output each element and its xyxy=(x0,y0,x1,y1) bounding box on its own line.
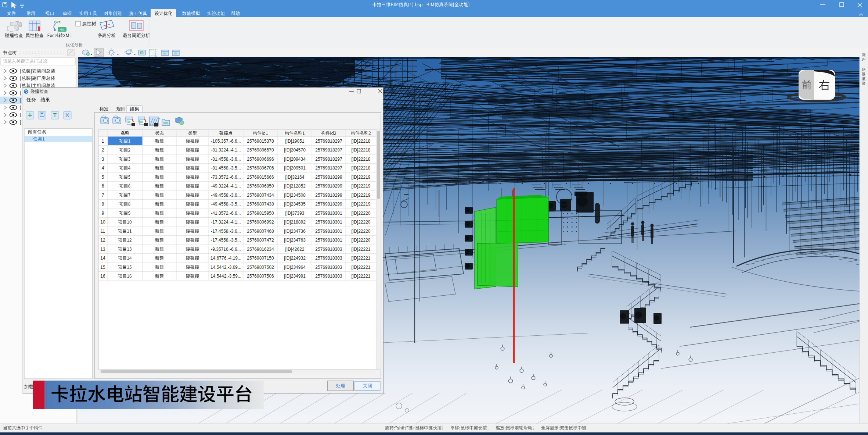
svg-text:[ID]22218: [ID]22218 xyxy=(351,139,370,144)
svg-text:25769818301: 25769818301 xyxy=(315,211,342,216)
svg-text:13: 13 xyxy=(100,247,105,252)
svg-text:[ID]234964: [ID]234964 xyxy=(284,265,306,270)
svg-text:12: 12 xyxy=(100,238,105,243)
svg-text:-49.3224,-4.1...: -49.3224,-4.1... xyxy=(211,183,241,189)
svg-text:25769816234: 25769816234 xyxy=(247,247,274,252)
svg-text:[ID]234991: [ID]234991 xyxy=(284,274,306,279)
svg-text:[ID]22221: [ID]22221 xyxy=(351,256,370,261)
svg-text:2: 2 xyxy=(102,147,104,153)
svg-text:[ID]224932: [ID]224932 xyxy=(284,256,306,261)
svg-text:[ID]22219: [ID]22219 xyxy=(351,202,370,207)
svg-text:-41.3572,-6.6...: -41.3572,-6.6... xyxy=(211,211,241,216)
svg-text:25769807506: 25769807506 xyxy=(247,274,274,279)
svg-text:[ID]22219: [ID]22219 xyxy=(351,183,370,189)
svg-text:4: 4 xyxy=(102,165,104,171)
svg-text:25769818303: 25769818303 xyxy=(315,247,342,252)
svg-text:14: 14 xyxy=(100,256,105,261)
svg-text:25769806706: 25769806706 xyxy=(247,165,274,171)
svg-text:[ID]22220: [ID]22220 xyxy=(351,211,370,216)
svg-text:11: 11 xyxy=(101,229,105,234)
svg-text:10: 10 xyxy=(100,220,105,225)
svg-text:1: 1 xyxy=(102,139,104,144)
svg-text:-81.3224,-4.1...: -81.3224,-4.1... xyxy=(211,147,241,153)
svg-text:-81.4558,-3.5...: -81.4558,-3.5... xyxy=(211,165,241,171)
svg-text:[ID]212852: [ID]212852 xyxy=(284,183,306,189)
svg-text:14.5442,-3.69...: 14.5442,-3.69... xyxy=(210,265,241,270)
svg-text:-49.4558,-3.5...: -49.4558,-3.5... xyxy=(211,202,241,207)
svg-text:25769807468: 25769807468 xyxy=(247,229,274,234)
svg-text:3: 3 xyxy=(102,157,104,162)
svg-text:7: 7 xyxy=(102,193,104,198)
svg-text:6: 6 xyxy=(102,183,104,189)
svg-text:[ID]218892: [ID]218892 xyxy=(284,220,306,225)
svg-text:[ID]22220: [ID]22220 xyxy=(351,229,370,234)
svg-text:[ID]22218: [ID]22218 xyxy=(351,157,370,162)
svg-text:-9.35716,-6.6...: -9.35716,-6.6... xyxy=(211,247,241,252)
svg-text:25769818301: 25769818301 xyxy=(315,220,342,225)
svg-text:25769818301: 25769818301 xyxy=(315,238,342,243)
svg-text:[ID]22220: [ID]22220 xyxy=(351,220,370,225)
svg-text:15: 15 xyxy=(100,265,105,270)
svg-text:-105.357,-6.6...: -105.357,-6.6... xyxy=(211,139,241,144)
svg-text:[ID]234535: [ID]234535 xyxy=(284,202,306,207)
svg-text:16: 16 xyxy=(100,274,105,279)
svg-text:14.6776,-4.19...: 14.6776,-4.19... xyxy=(210,256,241,261)
svg-text:25769806992: 25769806992 xyxy=(247,220,274,225)
svg-text:[ID]234763: [ID]234763 xyxy=(284,238,306,243)
svg-text:25769807502: 25769807502 xyxy=(247,265,274,270)
svg-text:25769807472: 25769807472 xyxy=(247,238,274,243)
svg-text:25769807434: 25769807434 xyxy=(247,193,274,198)
svg-text:[ID]234508: [ID]234508 xyxy=(284,193,306,198)
svg-text:[ID]209434: [ID]209434 xyxy=(284,157,306,162)
svg-text:-49.4558,-3.6...: -49.4558,-3.6... xyxy=(211,193,241,198)
svg-text:-81.4558,-3.6...: -81.4558,-3.6... xyxy=(211,157,241,162)
svg-text:25769818299: 25769818299 xyxy=(315,193,342,198)
svg-text:14.5442,-3.59...: 14.5442,-3.59... xyxy=(210,274,241,279)
svg-text:25769815666: 25769815666 xyxy=(247,175,274,180)
svg-text:[ID]42622: [ID]42622 xyxy=(285,247,304,252)
svg-text:8: 8 xyxy=(102,202,104,207)
svg-text:[ID]234736: [ID]234736 xyxy=(284,229,306,234)
svg-text:25769818297: 25769818297 xyxy=(315,147,342,153)
svg-text:-17.3224,-4.1...: -17.3224,-4.1... xyxy=(211,220,241,225)
svg-text:[ID]22221: [ID]22221 xyxy=(351,265,370,270)
svg-text:[ID]22218: [ID]22218 xyxy=(351,147,370,153)
svg-text:[ID]32164: [ID]32164 xyxy=(285,175,304,180)
svg-text:[ID]209501: [ID]209501 xyxy=(284,165,306,171)
svg-text:[ID]22219: [ID]22219 xyxy=(351,193,370,198)
svg-text:25769806696: 25769806696 xyxy=(247,157,274,162)
svg-text:25769818299: 25769818299 xyxy=(315,202,342,207)
svg-text:25769807150: 25769807150 xyxy=(247,256,274,261)
svg-text:9: 9 xyxy=(102,211,104,216)
svg-text:25769818297: 25769818297 xyxy=(315,165,342,171)
svg-text:[ID]19051: [ID]19051 xyxy=(285,139,304,144)
svg-text:[ID]22221: [ID]22221 xyxy=(351,274,370,279)
svg-text:25769815950: 25769815950 xyxy=(247,211,274,216)
svg-text:-73.3572,-6.6...: -73.3572,-6.6... xyxy=(211,175,241,180)
svg-text:[ID]22219: [ID]22219 xyxy=(351,175,370,180)
svg-text:25769818299: 25769818299 xyxy=(315,175,342,180)
svg-text:25769818297: 25769818297 xyxy=(315,139,342,144)
svg-text:[ID]204570: [ID]204570 xyxy=(284,147,306,153)
svg-text:5: 5 xyxy=(102,175,104,180)
svg-text:25769806570: 25769806570 xyxy=(247,147,274,153)
svg-text:25769818297: 25769818297 xyxy=(315,157,342,162)
svg-text:[ID]22221: [ID]22221 xyxy=(351,247,370,252)
svg-text:25769818303: 25769818303 xyxy=(315,265,342,270)
svg-text:25769818303: 25769818303 xyxy=(315,274,342,279)
svg-text:25769806850: 25769806850 xyxy=(247,183,274,189)
svg-text:25769818299: 25769818299 xyxy=(315,183,342,189)
svg-text:[ID]22220: [ID]22220 xyxy=(351,238,370,243)
svg-text:25769807438: 25769807438 xyxy=(247,202,274,207)
svg-text:-17.4558,-3.5...: -17.4558,-3.5... xyxy=(211,238,241,243)
svg-text:25769815378: 25769815378 xyxy=(247,139,274,144)
svg-text:25769818301: 25769818301 xyxy=(315,229,342,234)
svg-text:-17.4558,-3.6...: -17.4558,-3.6... xyxy=(211,229,241,234)
svg-text:[ID]22218: [ID]22218 xyxy=(351,165,370,171)
svg-text:[ID]37393: [ID]37393 xyxy=(285,211,304,216)
svg-text:25769818303: 25769818303 xyxy=(315,256,342,261)
